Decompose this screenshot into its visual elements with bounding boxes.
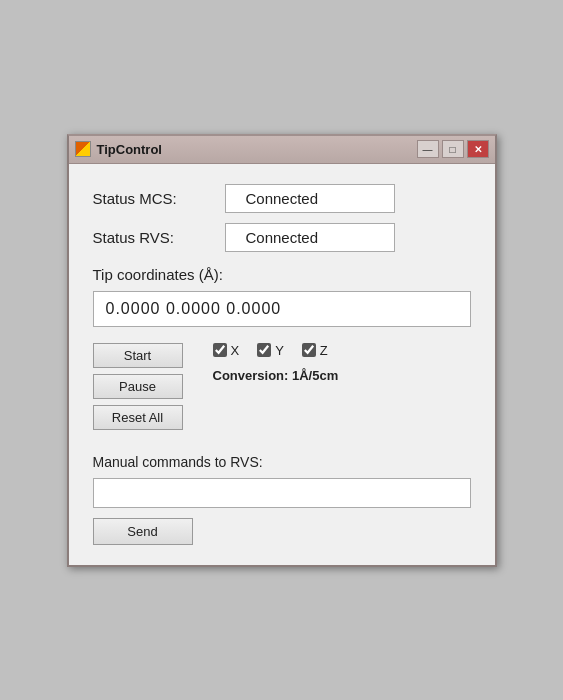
content-area: Status MCS: Connected Status RVS: Connec… — [69, 164, 495, 565]
title-buttons: — □ ✕ — [417, 140, 489, 158]
checkbox-z[interactable] — [302, 343, 316, 357]
manual-label: Manual commands to RVS: — [93, 454, 471, 470]
status-rvs-row: Status RVS: Connected — [93, 223, 471, 252]
checkbox-x-item[interactable]: X — [213, 343, 240, 358]
reset-all-button[interactable]: Reset All — [93, 405, 183, 430]
send-button[interactable]: Send — [93, 518, 193, 545]
checkbox-y-item[interactable]: Y — [257, 343, 284, 358]
checkbox-z-item[interactable]: Z — [302, 343, 328, 358]
checkbox-x[interactable] — [213, 343, 227, 357]
checkboxes-row: X Y Z — [213, 343, 339, 358]
maximize-button[interactable]: □ — [442, 140, 464, 158]
status-mcs-value: Connected — [225, 184, 395, 213]
controls-section: Start Pause Reset All X Y Z — [93, 343, 471, 430]
manual-section: Manual commands to RVS: Send — [93, 454, 471, 545]
status-mcs-row: Status MCS: Connected — [93, 184, 471, 213]
status-mcs-label: Status MCS: — [93, 190, 213, 207]
minimize-button[interactable]: — — [417, 140, 439, 158]
checkboxes-conversion: X Y Z Conversion: 1Å/5cm — [213, 343, 339, 430]
conversion-text: Conversion: 1Å/5cm — [213, 368, 339, 383]
tip-coordinates-value: 0.0000 0.0000 0.0000 — [93, 291, 471, 327]
manual-input[interactable] — [93, 478, 471, 508]
action-buttons: Start Pause Reset All — [93, 343, 183, 430]
app-icon — [75, 141, 91, 157]
pause-button[interactable]: Pause — [93, 374, 183, 399]
main-window: TipControl — □ ✕ Status MCS: Connected S… — [67, 134, 497, 567]
checkbox-x-label: X — [231, 343, 240, 358]
tip-coordinates-label: Tip coordinates (Å): — [93, 266, 471, 283]
window-title: TipControl — [97, 142, 162, 157]
checkbox-y-label: Y — [275, 343, 284, 358]
checkbox-y[interactable] — [257, 343, 271, 357]
checkbox-z-label: Z — [320, 343, 328, 358]
status-rvs-label: Status RVS: — [93, 229, 213, 246]
title-bar-left: TipControl — [75, 141, 162, 157]
title-bar: TipControl — □ ✕ — [69, 136, 495, 164]
status-rvs-value: Connected — [225, 223, 395, 252]
close-button[interactable]: ✕ — [467, 140, 489, 158]
start-button[interactable]: Start — [93, 343, 183, 368]
